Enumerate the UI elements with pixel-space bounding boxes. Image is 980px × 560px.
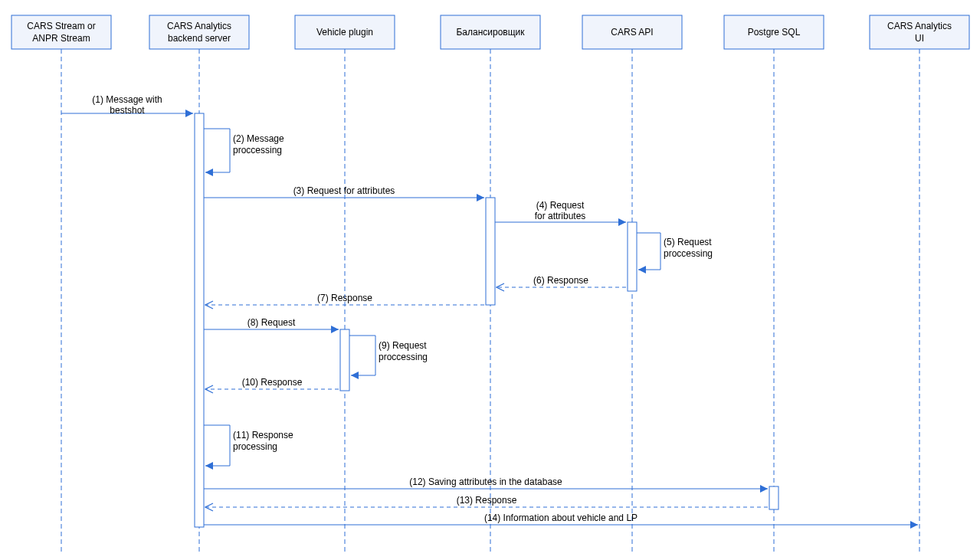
message-label: (13) Response <box>457 495 517 506</box>
activation-bar <box>769 486 778 509</box>
message-label: proccessing <box>379 352 428 362</box>
message-label: for attributes <box>535 211 586 221</box>
message-label: processing <box>233 441 277 452</box>
message-label: (12) Saving attributes in the database <box>409 476 562 487</box>
participant-header: Postgre SQL <box>724 15 824 49</box>
participant-header: CARS Stream or ANPR Stream <box>11 15 111 49</box>
sequence-diagram: CARS Stream or ANPR Stream CARS Analytic… <box>0 0 980 560</box>
message-arrow: (1) Message with bestshot <box>61 94 193 116</box>
message-label: (8) Request <box>247 317 296 328</box>
message-label: (6) Response <box>533 275 588 286</box>
participant-label: ANPR Stream <box>32 33 90 44</box>
participant-label: CARS Analytics <box>167 21 231 31</box>
participant-header: CARS API <box>582 15 682 49</box>
message-label: proccessing <box>233 145 282 156</box>
return-message: (7) Response <box>205 293 484 305</box>
message-label: (5) Request <box>664 237 712 247</box>
activation-bar <box>195 113 204 527</box>
message-arrow: (4) Request for attributes <box>495 200 626 222</box>
message-label: (7) Response <box>317 293 372 303</box>
message-arrow: (8) Request <box>204 317 339 329</box>
message-label: (14) Information about vehicle and LP <box>484 513 637 523</box>
message-label: proccessing <box>664 248 713 259</box>
self-message: (2) Message proccessing <box>204 129 284 172</box>
message-label: bestshot <box>110 105 145 116</box>
message-label: (4) Request <box>536 200 585 211</box>
activation-bar <box>486 198 495 305</box>
return-message: (13) Response <box>205 495 768 507</box>
self-message: (5) Request proccessing <box>637 233 713 270</box>
participant-label: UI <box>915 33 924 44</box>
participant-label: CARS API <box>611 27 653 38</box>
participant-label: Postgre SQL <box>748 27 801 38</box>
message-arrow: (12) Saving attributes in the database <box>204 476 768 489</box>
participant-label: Балансировщик <box>456 27 525 38</box>
message-label: (11) Response <box>233 430 293 440</box>
participant-label: backend server <box>168 33 231 44</box>
message-label: (10) Response <box>242 377 303 388</box>
return-message: (6) Response <box>497 275 626 287</box>
participant-header: Vehicle plugin <box>295 15 395 49</box>
message-arrow: (3) Request for attributes <box>204 185 484 198</box>
activation-bar <box>340 329 349 391</box>
message-label: (3) Request for attributes <box>293 185 395 196</box>
return-message: (10) Response <box>205 377 339 389</box>
self-message: (11) Response processing <box>204 425 293 466</box>
message-label: (1) Message with <box>92 94 162 105</box>
participant-header: Балансировщик <box>441 15 540 49</box>
activation-bar <box>628 222 637 291</box>
participant-label: CARS Analytics <box>887 21 952 31</box>
participant-label: CARS Stream or <box>27 21 95 31</box>
participant-label: Vehicle plugin <box>316 27 373 38</box>
message-label: (2) Message <box>233 133 284 144</box>
message-arrow: (14) Information about vehicle and LP <box>204 513 918 525</box>
message-label: (9) Request <box>379 340 427 351</box>
participant-header: CARS Analytics UI <box>870 15 969 49</box>
self-message: (9) Request proccessing <box>349 336 428 375</box>
participant-header: CARS Analytics backend server <box>149 15 249 49</box>
